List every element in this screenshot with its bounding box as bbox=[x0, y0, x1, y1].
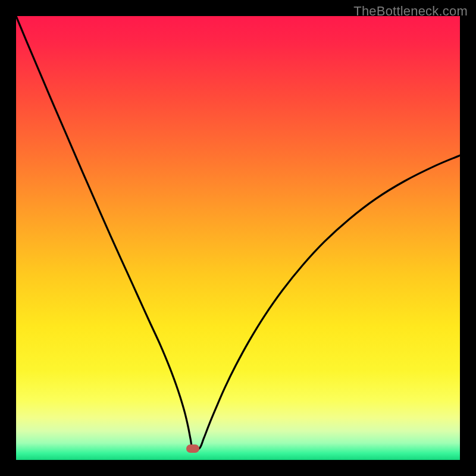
chart-svg bbox=[16, 16, 460, 460]
optimal-marker bbox=[186, 444, 199, 453]
chart-frame: TheBottleneck.com bbox=[0, 0, 476, 476]
plot-area bbox=[16, 16, 460, 460]
gradient-bg bbox=[16, 16, 460, 460]
watermark-text: TheBottleneck.com bbox=[353, 4, 468, 19]
